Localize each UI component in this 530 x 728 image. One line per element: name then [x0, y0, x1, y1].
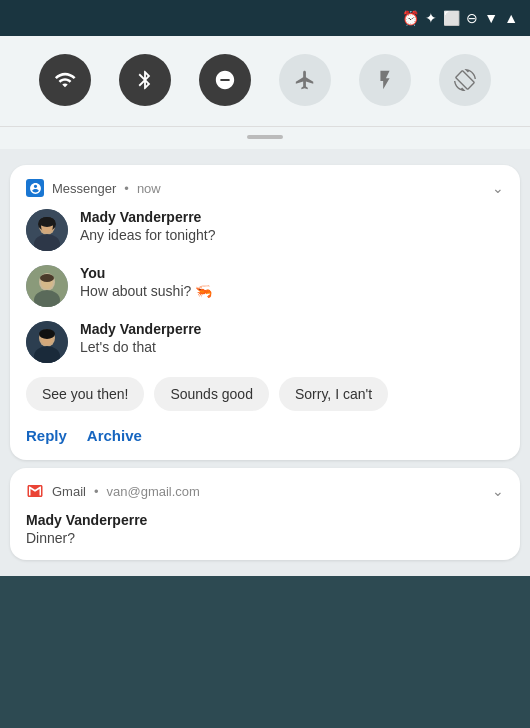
- msg-text-2: How about sushi? 🦐: [80, 283, 212, 299]
- quick-reply-sorry[interactable]: Sorry, I can't: [279, 377, 388, 411]
- messenger-app-icon: [26, 179, 44, 197]
- gmail-account: van@gmail.com: [107, 484, 200, 499]
- svg-point-15: [39, 329, 55, 339]
- message-row-1: Mady Vanderperre Any ideas for tonight?: [26, 209, 504, 251]
- notif-header: Messenger • now ⌄: [26, 179, 504, 197]
- dnd-toggle[interactable]: [199, 54, 251, 106]
- alarm-icon: ⏰: [402, 10, 419, 26]
- notif-actions: Reply Archive: [26, 425, 504, 446]
- message-content-2: You How about sushi? 🦐: [80, 265, 212, 299]
- drag-handle: [0, 127, 530, 149]
- mady-avatar-2: [26, 321, 68, 363]
- notif-timestamp: now: [137, 181, 161, 196]
- bluetooth-icon: ✦: [425, 10, 437, 26]
- gmail-notif-header: Gmail • van@gmail.com ⌄: [26, 482, 504, 500]
- signal-icon: ▲: [504, 10, 518, 26]
- msg-text-1: Any ideas for tonight?: [80, 227, 215, 243]
- message-row-2: You How about sushi? 🦐: [26, 265, 504, 307]
- sender-name-1: Mady Vanderperre: [80, 209, 215, 225]
- status-bar: ⏰ ✦ ⬜ ⊖ ▼ ▲: [0, 0, 530, 36]
- dnd-icon: ⊖: [466, 10, 478, 26]
- quick-reply-sounds-good[interactable]: Sounds good: [154, 377, 269, 411]
- mady-avatar-1: [26, 209, 68, 251]
- gmail-expand-icon[interactable]: ⌄: [492, 483, 504, 499]
- msg-text-3: Let's do that: [80, 339, 201, 355]
- gmail-app-icon: [26, 482, 44, 500]
- airplane-toggle[interactable]: [279, 54, 331, 106]
- gmail-subject: Dinner?: [26, 530, 504, 546]
- svg-point-10: [40, 274, 54, 282]
- gmail-notification: Gmail • van@gmail.com ⌄ Mady Vanderperre…: [10, 468, 520, 560]
- message-row-3: Mady Vanderperre Let's do that: [26, 321, 504, 363]
- message-content-1: Mady Vanderperre Any ideas for tonight?: [80, 209, 215, 243]
- quick-settings-panel: [0, 36, 530, 127]
- notif-time: •: [124, 181, 129, 196]
- sender-name-3: Mady Vanderperre: [80, 321, 201, 337]
- quick-replies: See you then! Sounds good Sorry, I can't: [26, 377, 504, 411]
- quick-reply-see-you[interactable]: See you then!: [26, 377, 144, 411]
- expand-icon[interactable]: ⌄: [492, 180, 504, 196]
- gmail-app-name: Gmail: [52, 484, 86, 499]
- wifi-icon: ▼: [484, 10, 498, 26]
- sender-name-2: You: [80, 265, 212, 281]
- messenger-app-name: Messenger: [52, 181, 116, 196]
- message-content-3: Mady Vanderperre Let's do that: [80, 321, 201, 355]
- messenger-notification: Messenger • now ⌄ Mady Vanderperre Any i…: [10, 165, 520, 460]
- notifications-area: Messenger • now ⌄ Mady Vanderperre Any i…: [0, 149, 530, 576]
- flashlight-toggle[interactable]: [359, 54, 411, 106]
- svg-point-5: [39, 217, 55, 227]
- cast-icon: ⬜: [443, 10, 460, 26]
- you-avatar: [26, 265, 68, 307]
- archive-button[interactable]: Archive: [87, 425, 142, 446]
- bluetooth-toggle[interactable]: [119, 54, 171, 106]
- reply-button[interactable]: Reply: [26, 425, 67, 446]
- rotate-toggle[interactable]: [439, 54, 491, 106]
- gmail-sender: Mady Vanderperre: [26, 512, 504, 528]
- wifi-toggle[interactable]: [39, 54, 91, 106]
